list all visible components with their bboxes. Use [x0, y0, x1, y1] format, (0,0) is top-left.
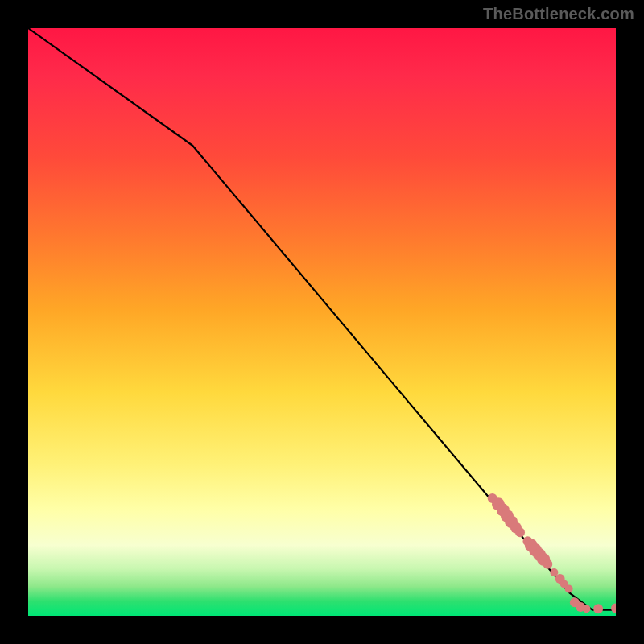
data-point [593, 604, 603, 613]
data-markers [488, 493, 616, 613]
data-point [611, 604, 616, 613]
data-point [583, 605, 591, 613]
watermark-text: TheBottleneck.com [483, 5, 634, 23]
plot-area [28, 28, 616, 616]
chart-line [28, 28, 616, 610]
data-point [543, 559, 552, 569]
chart-frame: TheBottleneck.com [0, 0, 644, 644]
chart-svg [28, 28, 616, 616]
data-point [565, 584, 573, 592]
data-point [515, 527, 525, 537]
